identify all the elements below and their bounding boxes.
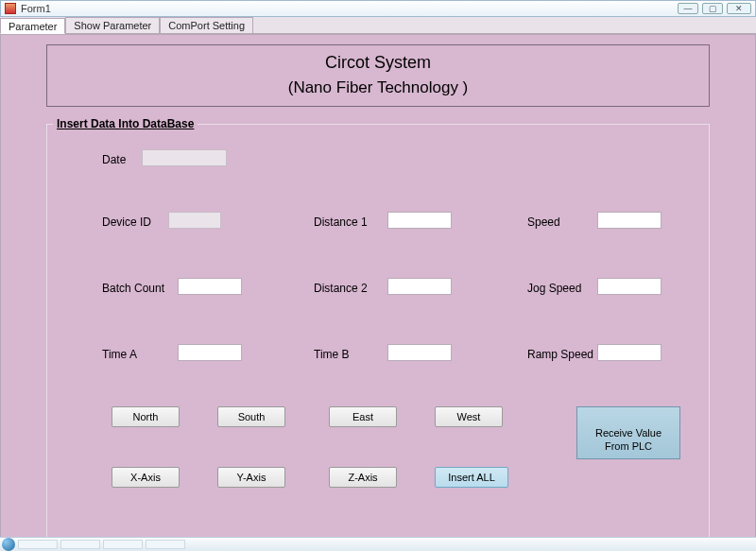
ramp-speed-label: Ramp Speed	[527, 348, 593, 361]
jog-speed-label: Jog Speed	[527, 282, 581, 295]
tab-bar: Parameter Show Parameter ComPort Setting	[0, 17, 756, 34]
tab-parameter[interactable]: Parameter	[0, 18, 65, 34]
device-id-field[interactable]	[168, 212, 221, 229]
distance-1-label: Distance 1	[314, 215, 368, 229]
jog-speed-field[interactable]	[597, 278, 662, 295]
insert-all-button[interactable]: Insert ALL	[435, 467, 508, 488]
east-button[interactable]: East	[329, 406, 397, 427]
west-button[interactable]: West	[435, 406, 503, 427]
header-title-1: Circot System	[47, 53, 709, 73]
device-id-label: Device ID	[102, 215, 151, 229]
tab-show-parameter[interactable]: Show Parameter	[65, 17, 160, 33]
tab-comport-setting[interactable]: ComPort Setting	[160, 17, 253, 33]
date-field[interactable]	[142, 149, 227, 166]
speed-label: Speed	[527, 215, 560, 229]
batch-count-field[interactable]	[178, 278, 242, 295]
x-axis-button[interactable]: X-Axis	[112, 467, 180, 488]
time-a-field[interactable]	[178, 344, 242, 361]
header-title-2: (Nano Fiber Technology )	[47, 78, 709, 97]
north-button[interactable]: North	[112, 406, 180, 427]
groupbox-legend: Insert Data Into DataBase	[53, 117, 198, 130]
time-a-label: Time A	[102, 348, 137, 361]
distance-1-field[interactable]	[387, 212, 452, 229]
maximize-button[interactable]: ▢	[702, 3, 723, 14]
z-axis-button[interactable]: Z-Axis	[329, 467, 397, 488]
window-titlebar: Form1 — ▢ ✕	[0, 0, 756, 17]
batch-count-label: Batch Count	[102, 282, 164, 295]
date-label: Date	[102, 153, 126, 166]
close-button[interactable]: ✕	[727, 3, 751, 14]
header-panel: Circot System (Nano Fiber Technology )	[46, 44, 710, 107]
taskbar-item[interactable]	[60, 540, 100, 549]
taskbar-item[interactable]	[103, 540, 143, 549]
receive-value-from-plc-button[interactable]: Receive Value From PLC	[576, 406, 680, 459]
start-orb-icon[interactable]	[2, 538, 15, 551]
taskbar-item[interactable]	[146, 540, 185, 549]
speed-field[interactable]	[597, 212, 662, 229]
client-area: Circot System (Nano Fiber Technology ) I…	[0, 34, 756, 550]
time-b-label: Time B	[314, 348, 350, 361]
taskbar	[0, 537, 756, 551]
time-b-field[interactable]	[387, 344, 452, 361]
insert-data-groupbox: Insert Data Into DataBase Date Device ID…	[46, 124, 710, 540]
taskbar-item[interactable]	[18, 540, 58, 549]
window-title: Form1	[21, 3, 51, 14]
distance-2-field[interactable]	[387, 278, 452, 295]
y-axis-button[interactable]: Y-Axis	[217, 467, 285, 488]
minimize-button[interactable]: —	[678, 3, 698, 14]
app-icon	[5, 3, 16, 14]
ramp-speed-field[interactable]	[597, 344, 662, 361]
distance-2-label: Distance 2	[314, 282, 368, 295]
south-button[interactable]: South	[217, 406, 285, 427]
